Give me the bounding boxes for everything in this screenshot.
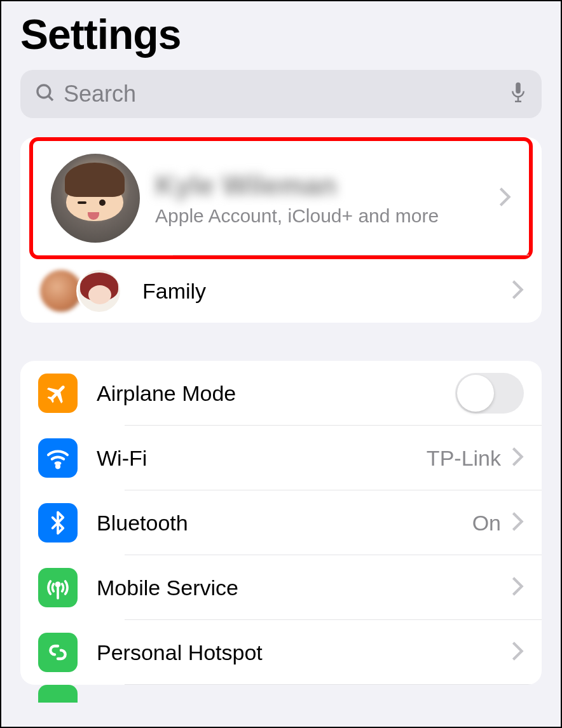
search-placeholder: Search [64, 81, 509, 107]
chevron-right-icon [511, 640, 524, 664]
search-icon [34, 82, 56, 106]
bluetooth-value: On [472, 511, 501, 536]
wifi-value: TP-Link [427, 446, 501, 471]
svg-point-5 [57, 465, 59, 468]
bluetooth-row[interactable]: Bluetooth On [20, 490, 542, 555]
mobile-service-label: Mobile Service [97, 576, 511, 600]
search-field[interactable]: Search [20, 70, 542, 118]
account-group: Kyle Wileman Apple Account, iCloud+ and … [20, 137, 542, 323]
airplane-mode-label: Airplane Mode [97, 381, 455, 406]
chevron-right-icon [511, 511, 524, 535]
highlight-annotation: Kyle Wileman Apple Account, iCloud+ and … [29, 137, 533, 259]
mobile-service-row[interactable]: Mobile Service [20, 555, 542, 620]
microphone-icon[interactable] [509, 80, 528, 108]
airplane-mode-toggle[interactable] [455, 373, 524, 414]
user-avatar [51, 154, 140, 243]
account-name: Kyle Wileman [155, 170, 498, 201]
page-title: Settings [1, 1, 561, 70]
airplane-mode-row[interactable]: Airplane Mode [20, 361, 542, 426]
connectivity-group: Airplane Mode Wi-Fi TP-Link Bl [20, 361, 542, 685]
chevron-right-icon [498, 186, 511, 210]
personal-hotspot-label: Personal Hotspot [97, 640, 511, 665]
partial-next-row-icon [38, 685, 78, 703]
svg-line-1 [48, 96, 53, 100]
svg-rect-2 [516, 83, 521, 94]
apple-account-row[interactable]: Kyle Wileman Apple Account, iCloud+ and … [33, 141, 529, 255]
account-subtitle: Apple Account, iCloud+ and more [155, 205, 498, 227]
svg-point-7 [56, 583, 59, 586]
antenna-icon [38, 568, 78, 607]
bluetooth-icon [38, 503, 78, 543]
chevron-right-icon [511, 279, 524, 303]
svg-point-0 [38, 85, 50, 98]
airplane-icon [38, 374, 78, 413]
family-label: Family [142, 279, 511, 304]
wifi-icon [38, 438, 78, 478]
bluetooth-label: Bluetooth [97, 511, 472, 536]
chevron-right-icon [511, 576, 524, 600]
family-row[interactable]: Family [20, 259, 542, 323]
personal-hotspot-row[interactable]: Personal Hotspot [20, 620, 542, 685]
family-avatars [38, 268, 125, 314]
wifi-row[interactable]: Wi-Fi TP-Link [20, 426, 542, 490]
hotspot-icon [38, 633, 78, 672]
chevron-right-icon [511, 446, 524, 470]
wifi-label: Wi-Fi [97, 446, 427, 471]
